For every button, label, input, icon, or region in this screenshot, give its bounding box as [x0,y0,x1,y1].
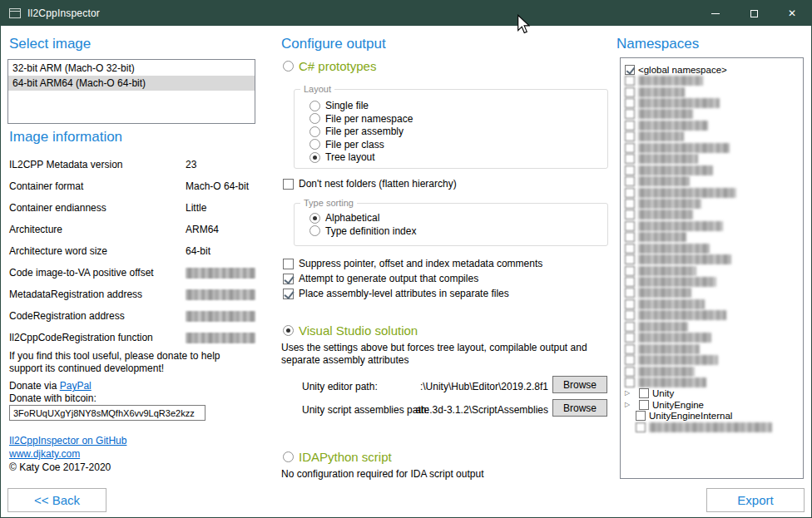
namespace-checkbox[interactable] [625,210,635,220]
radio-icon[interactable] [309,113,320,124]
namespace-item[interactable] [625,75,799,86]
browse-assemblies-button[interactable]: Browse [552,399,607,417]
namespace-checkbox[interactable] [625,266,635,276]
namespace-item[interactable] [625,243,799,254]
namespace-item[interactable] [625,276,799,287]
csharp-prototypes-option[interactable]: C# prototypes [283,59,376,73]
namespace-item[interactable]: ▷UnityEngine [625,399,799,410]
namespace-checkbox[interactable] [625,131,635,141]
expander-icon[interactable]: ▷ [625,388,636,398]
namespace-checkbox[interactable] [625,221,635,231]
namespace-checkbox[interactable] [625,299,635,309]
namespace-item[interactable] [625,232,799,243]
radio-icon[interactable] [283,325,294,336]
namespace-item[interactable] [625,377,799,387]
namespace-item[interactable] [625,310,799,321]
suppress-comments-checkbox[interactable]: Suppress pointer, offset and index metad… [283,258,542,269]
github-link[interactable]: Il2CppInspector on GitHub [9,435,126,446]
namespace-checkbox[interactable] [625,333,635,343]
namespace-checkbox[interactable] [625,76,635,86]
radio-alphabetical[interactable]: Alphabetical [309,212,607,224]
namespace-item[interactable] [625,288,799,298]
idapython-script-option[interactable]: IDAPython script [283,450,392,464]
namespace-item[interactable] [636,422,799,432]
namespace-checkbox[interactable] [625,65,635,75]
namespace-item[interactable] [625,333,799,343]
namespace-item[interactable] [625,210,799,220]
radio-icon[interactable] [283,451,294,462]
namespace-item[interactable] [625,187,799,198]
image-list[interactable]: 32-bit ARM (Mach-O 32-bit)64-bit ARM64 (… [7,59,255,124]
namespace-item[interactable] [625,165,799,175]
radio-icon[interactable] [309,152,320,163]
back-button[interactable]: << Back [7,488,106,512]
namespace-item[interactable] [625,97,799,108]
unity-editor-path-value[interactable]: :\Unity\Hub\Editor\2019.2.8f1 [354,381,548,392]
radio-tree-layout[interactable]: Tree layout [309,151,607,163]
radio-icon[interactable] [309,101,320,111]
namespace-checkbox[interactable] [625,165,635,175]
namespace-checkbox[interactable] [625,154,635,164]
flatten-hierarchy-checkbox[interactable]: Don't nest folders (flatten hierarchy) [283,178,457,190]
radio-file-per-namespace[interactable]: File per namespace [309,113,607,125]
titlebar[interactable]: Il2CppInspector ✕ [1,1,811,26]
namespace-checkbox[interactable] [625,254,635,264]
image-list-item[interactable]: 64-bit ARM64 (Mach-O 64-bit) [8,76,255,91]
radio-single-file[interactable]: Single file [309,100,607,111]
checkbox-icon[interactable] [283,289,294,299]
browse-editor-button[interactable]: Browse [552,376,607,393]
namespace-checkbox[interactable] [625,244,635,254]
unity-assemblies-path-value[interactable]: ate.3d-3.1.2\ScriptAssemblies [354,404,548,416]
separate-attributes-checkbox[interactable]: Place assembly-level attributes in separ… [283,288,509,299]
radio-icon[interactable] [309,213,320,224]
maximize-button[interactable] [735,1,773,26]
namespace-checkbox[interactable] [625,121,635,131]
namespace-item[interactable] [625,343,799,354]
radio-icon[interactable] [309,139,320,150]
checkbox-icon[interactable] [283,259,294,269]
namespace-checkbox[interactable] [625,87,635,97]
radio-file-per-assembly[interactable]: File per assembly [309,126,607,137]
namespace-item[interactable] [625,175,799,186]
close-button[interactable]: ✕ [773,1,811,26]
namespace-checkbox[interactable] [625,188,635,198]
namespace-checkbox[interactable] [625,277,635,287]
radio-icon[interactable] [309,126,320,137]
namespace-item[interactable] [625,354,799,365]
namespace-checkbox[interactable] [625,367,635,377]
checkbox-icon[interactable] [283,274,294,284]
namespace-checkbox[interactable] [625,143,635,153]
namespace-checkbox[interactable] [625,98,635,108]
namespace-checkbox[interactable] [636,411,646,421]
namespace-item[interactable] [625,142,799,153]
namespace-item[interactable] [625,298,799,309]
namespace-checkbox[interactable] [625,355,635,365]
namespace-item[interactable]: UnityEngineInternal [636,411,799,422]
visual-studio-solution-option[interactable]: Visual Studio solution [283,323,418,338]
namespace-item[interactable] [625,198,799,209]
namespace-item[interactable] [625,220,799,231]
export-button[interactable]: Export [706,488,805,512]
namespace-checkbox[interactable] [625,176,635,186]
namespace-checkbox[interactable] [639,400,649,410]
compilable-output-checkbox[interactable]: Attempt to generate output that compiles [283,273,478,284]
website-link[interactable]: www.djkaty.com [9,448,80,460]
namespace-item[interactable] [625,120,799,131]
expander-icon[interactable]: ▷ [625,400,636,410]
namespace-item[interactable] [625,366,799,377]
namespace-checkbox[interactable] [625,322,635,332]
namespace-checkbox[interactable] [625,310,635,320]
namespace-checkbox[interactable] [625,344,635,354]
radio-icon[interactable] [309,225,320,236]
image-list-item[interactable]: 32-bit ARM (Mach-O 32-bit) [8,61,255,76]
namespace-item[interactable] [625,109,799,120]
checkbox-icon[interactable] [283,179,294,190]
radio-file-per-class[interactable]: File per class [309,139,607,150]
namespace-item[interactable]: <global namespace> [625,64,799,75]
radio-type-definition-index[interactable]: Type definition index [309,225,607,237]
namespace-checkbox[interactable] [625,109,635,119]
namespace-checkbox[interactable] [639,388,649,398]
namespace-checkbox[interactable] [625,377,635,387]
namespace-item[interactable] [625,321,799,332]
namespace-item[interactable] [625,265,799,276]
